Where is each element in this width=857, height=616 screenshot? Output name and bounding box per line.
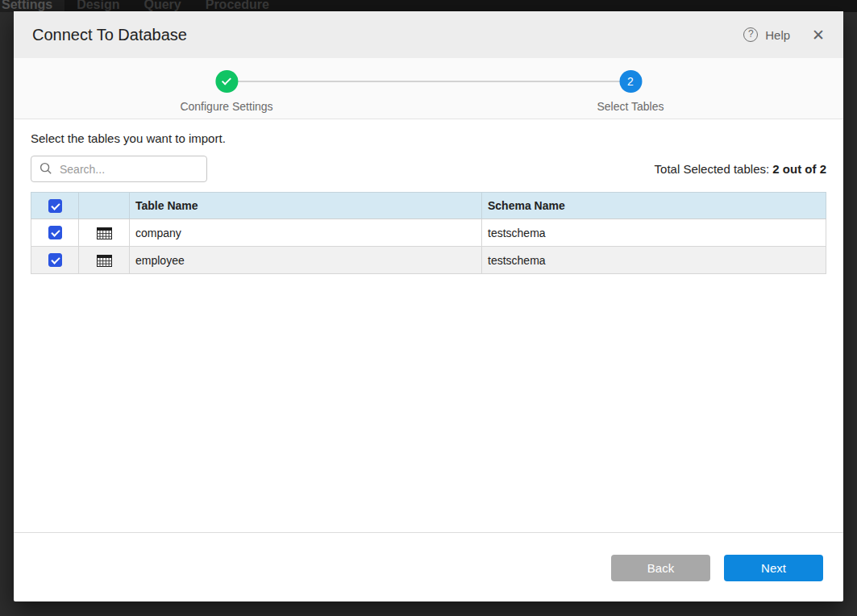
tab-design[interactable]: Design bbox=[64, 0, 131, 12]
next-button[interactable]: Next bbox=[724, 555, 823, 581]
table-icon bbox=[97, 227, 112, 239]
close-icon[interactable]: ✕ bbox=[812, 27, 825, 43]
row-checkbox[interactable] bbox=[48, 253, 62, 267]
step-label: Configure Settings bbox=[180, 100, 272, 113]
dialog-header: Connect To Database ? Help ✕ bbox=[14, 11, 843, 58]
selection-summary-count: 2 out of 2 bbox=[772, 162, 826, 176]
search-icon bbox=[40, 162, 52, 175]
help-button[interactable]: ? Help bbox=[743, 27, 790, 42]
icon-column-header bbox=[79, 193, 130, 219]
connect-to-database-dialog: Connect To Database ? Help ✕ Configure S… bbox=[14, 11, 843, 601]
stepper-connector-line bbox=[227, 81, 630, 82]
dialog-body: Select the tables you want to import. To… bbox=[14, 119, 843, 532]
schema-name-cell: testschema bbox=[482, 219, 826, 247]
back-button[interactable]: Back bbox=[611, 555, 710, 581]
row-checkbox[interactable] bbox=[48, 226, 62, 239]
step-configure-settings[interactable]: Configure Settings bbox=[180, 70, 272, 113]
wizard-stepper: Configure Settings 2 Select Tables bbox=[14, 58, 843, 119]
table-name-cell: company bbox=[130, 219, 482, 247]
dialog-title: Connect To Database bbox=[32, 26, 743, 44]
help-label: Help bbox=[765, 28, 790, 42]
background-tab-bar: Settings Design Query Procedure bbox=[0, 0, 857, 12]
search-input[interactable] bbox=[31, 156, 207, 182]
instruction-text: Select the tables you want to import. bbox=[31, 131, 826, 145]
step-select-tables[interactable]: 2 Select Tables bbox=[597, 70, 664, 113]
step-complete-icon bbox=[215, 70, 238, 93]
selection-summary: Total Selected tables: 2 out of 2 bbox=[655, 162, 826, 176]
controls-row: Total Selected tables: 2 out of 2 bbox=[31, 156, 826, 182]
column-header-schema-name: Schema Name bbox=[482, 193, 826, 219]
search-box bbox=[31, 156, 207, 182]
schema-name-cell: testschema bbox=[482, 247, 826, 274]
step-number-badge: 2 bbox=[619, 70, 642, 93]
dialog-footer: Back Next bbox=[14, 532, 843, 601]
tab-query[interactable]: Query bbox=[131, 0, 193, 12]
select-all-checkbox[interactable] bbox=[48, 199, 62, 213]
table-row: company testschema bbox=[31, 219, 826, 247]
tab-procedure[interactable]: Procedure bbox=[193, 0, 281, 12]
table-name-cell: employee bbox=[130, 247, 482, 274]
table-icon bbox=[97, 255, 112, 267]
step-label: Select Tables bbox=[597, 100, 664, 113]
checkmark-icon bbox=[222, 76, 231, 85]
table-row: employee testschema bbox=[31, 247, 826, 274]
step-number: 2 bbox=[627, 75, 634, 88]
tab-settings[interactable]: Settings bbox=[0, 0, 64, 12]
tables-list: Table Name Schema Name company tes bbox=[31, 192, 826, 274]
selection-summary-prefix: Total Selected tables: bbox=[655, 162, 773, 176]
column-header-table-name: Table Name bbox=[130, 193, 482, 219]
help-question-icon: ? bbox=[743, 27, 758, 42]
table-header-row: Table Name Schema Name bbox=[31, 193, 826, 219]
